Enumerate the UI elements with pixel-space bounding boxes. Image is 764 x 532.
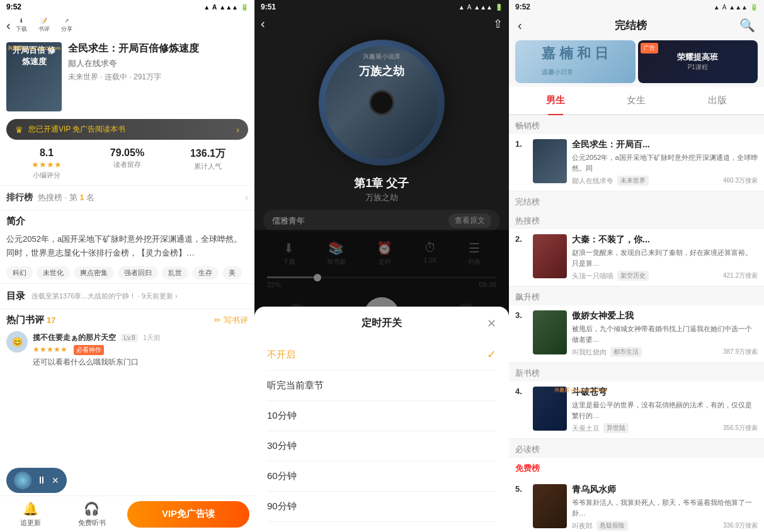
p2-status-icons: ▲ A ▲▲▲ 🔋 [459,4,503,11]
p1-tag-4[interactable]: 乱世 [162,266,188,280]
p3-book-meta-2: 头顶一只喵喵 架空历史 421.2万搜索 [572,271,758,281]
p3-book-author-4: 天蚕土豆 [572,424,600,433]
p2-timer-check-icon: ✓ [487,348,496,361]
p1-follow-button[interactable]: 🔔 追更新 [0,501,61,528]
p3-book-search-1: 460.3万搜索 [723,176,758,185]
p3-book-item-5[interactable]: 5. 青乌风水师 爷爷算卦活人，我算卦死人，那天，爷爷逼着我给他算了一卦… 叫夜… [509,479,764,532]
p3-book-tag-4: 异世陆 [603,423,629,433]
p2-timer-option-3[interactable]: 30分钟 [267,431,496,461]
p1-book-author: 鄙人在线求夸 [68,58,248,69]
p3-book-desc-4: 这里是最公平的世界，没有花俏艳丽的法术，有的，仅仅是繁行的… [572,400,758,421]
p1-review-stars-row: ★★★★★ 必看神作 [33,343,248,355]
p1-write-review-button[interactable]: ✏ 写书评 [214,315,248,326]
p1-intro-title: 简介 [0,210,254,230]
p1-back-button[interactable]: ‹ [6,18,11,33]
p2-back-button[interactable]: ‹ [261,16,265,31]
p2-album-cover: 兴趣屋小说库 万族之劫 [319,40,445,166]
p1-score-value: 8.1 [40,147,54,159]
p1-stat-retention: 79.05% 读者留存 [87,147,168,180]
p2-timer-option-2[interactable]: 10分钟 [267,401,496,431]
p3-back-button[interactable]: ‹ [518,18,522,33]
p1-ranking-arrow: › [245,192,248,203]
p3-book-item-3[interactable]: 3. 傲娇女神爱上我 被甩后，九个倾城女神带着婚书找上门逼我在她们中选一个做老婆… [509,305,764,363]
p1-listen-button[interactable]: 🎧 免费听书 [61,501,122,528]
p1-popularity-label: 累计人气 [194,162,222,171]
p2-original-button[interactable]: 查看原文 [448,213,491,228]
p3-book-item-2[interactable]: 2. 大秦：不装了，你... 赵浪一觉醒来，发现自己来到了秦朝，好在家境还算富裕… [509,229,764,286]
p1-review-avatar: 😊 [6,331,28,353]
p3-book-item-1[interactable]: 1. 全民求生：开局百... 公元2052年，a国开采地下矿脉时意外挖开深渊通道… [509,134,764,191]
p1-ranking-row[interactable]: 排行榜 热搜榜 · 第 1 名 › [0,186,254,210]
p3-book-desc-3: 被甩后，九个倾城女神带着婚书找上门逼我在她们中选一个做老婆… [572,324,758,344]
p3-book-cover-4 [533,387,567,431]
p3-banner-left[interactable]: 嘉 楠 和 日温馨小日常 [515,40,636,83]
p1-toc-row[interactable]: 目录 连载至第1376章...大战前的宁静！ · 9天前更新 › [0,284,254,309]
p2-timer-option-4[interactable]: 60分钟 [267,461,496,492]
p3-book-meta-3: 叫我红烧肉 都市生活 387.9万搜索 [572,347,758,357]
p3-section-bestseller: 畅销榜 [509,115,764,134]
p1-review-user-row: 揽不住要走ぁ的那片天空 Lv.8 1天前 [33,331,248,343]
p1-intro-text: 公元2052年，a国开采地下矿脉时意外挖开深渊通道，全球哗然。同时，世界意志显化… [0,230,254,263]
p3-book-cover-5 [533,484,567,528]
p3-book-desc-2: 赵浪一觉醒来，发现自己来到了秦朝，好在家境还算富裕。只是算… [572,247,758,268]
p3-book-title-5: 青乌风水师 [572,484,758,495]
p1-tag-0[interactable]: 科幻 [6,266,33,280]
p1-toc-meta: 连载至第1376章...大战前的宁静！ · 9天前更新 › [31,291,248,301]
p1-reviews-count: 17 [47,315,55,325]
p1-review-username: 揽不住要走ぁ的那片天空 [33,333,116,342]
p3-search-icon[interactable]: 🔍 [739,18,755,33]
p1-vip-read-button[interactable]: VIP免广告读 [127,501,249,528]
p1-retention-label: 读者留存 [113,160,141,169]
p3-banner-right[interactable]: 广告 荣耀提高班 P1课程 [638,40,758,83]
p3-book-title-4: 斗破苍穹 [572,387,758,398]
p3-book-tag-5: 悬疑探险 [596,521,628,531]
p1-mini-avatar [14,472,31,489]
p3-book-info-5: 青乌风水师 爷爷算卦活人，我算卦死人，那天，爷爷逼着我给他算了一卦… 叫夜郎 悬… [572,484,758,531]
p2-modal-header: 定时开关 ✕ [267,317,496,330]
p3-book-item-4[interactable]: 4. 兴趣屋 www.xqu5.com 斗破苍穹 这里是最公平的世界，没有花俏艳… [509,382,764,439]
p1-mini-player: ⏸ ✕ [6,468,67,493]
p1-mini-close-button[interactable]: ✕ [52,475,59,485]
p3-section-newbook: 新书榜 [509,363,764,382]
p1-tag-5[interactable]: 生存 [192,266,219,280]
p1-tag-6[interactable]: 美 [222,266,242,280]
p1-vip-arrow: › [236,125,239,135]
p2-timer-option-1[interactable]: 听完当前章节 [267,371,496,401]
p1-popularity-value: 136.1万 [190,147,225,161]
p2-timer-option-0[interactable]: 不开启 ✓ [267,339,496,371]
p3-book-rank-5: 5. [515,484,528,494]
p1-header: ‹ ⬇ 下载 📝 书评 ↗ 分享 [0,14,254,37]
p3-book-author-3: 叫我红烧肉 [572,348,607,357]
p1-tag-2[interactable]: 爽点密集 [74,266,114,280]
p1-share-button[interactable]: ↗ 分享 [61,18,72,33]
p2-timer-modal[interactable]: 定时开关 ✕ 不开启 ✓ 听完当前章节 10分钟 30分钟 60分钟 90分钟 [254,230,509,532]
p3-status-bar: 9:52 ▲ A ▲▲▲ 🔋 [509,0,764,14]
p3-status-icons: ▲ A ▲▲▲ 🔋 [714,4,758,11]
p3-book-rank-4: 4. [515,387,528,396]
p1-mini-pause-button[interactable]: ⏸ [37,475,47,486]
p3-book-desc-1: 公元2052年，a国开采地下矿脉时意外挖开深渊通道，全球哗然。同 [572,152,758,173]
p1-follow-icon: 🔔 [23,501,38,516]
p1-vip-bar[interactable]: ♛ 您已开通VIP 免广告阅读本书 › [6,119,248,140]
p2-timer-option-5[interactable]: 90分钟 [267,492,496,522]
p2-modal-backdrop[interactable] [254,230,509,307]
p1-vip-text: 您已开通VIP 免广告阅读本书 [28,124,231,135]
p1-book-info: 全民求生：开局百倍修炼速度 鄙人在线求夸 未来世界 · 连载中 · 291万字 [68,42,248,82]
p2-share-button[interactable]: ⇧ [493,17,503,31]
p1-review-item: 😊 揽不住要走ぁ的那片天空 Lv.8 1天前 ★★★★★ 必看神作 还可以看着什… [6,331,248,368]
p1-download-button[interactable]: ⬇ 下载 [16,18,27,33]
p3-section-rising: 飙升榜 [509,286,764,305]
p3-book-rank-1: 1. [515,139,528,149]
p3-tab-female[interactable]: 女生 [596,91,676,110]
p1-tag-1[interactable]: 未世化 [37,266,70,280]
p1-review-button[interactable]: 📝 书评 [38,18,50,33]
p3-book-meta-1: 鄙人在线求夸 未来世界 460.3万搜索 [572,176,758,186]
p1-stats-row: 8.1 ★★★★ 小编评分 79.05% 读者留存 136.1万 累计人气 [0,142,254,186]
p3-book-meta-4: 天蚕土豆 异世陆 356.5万搜索 [572,423,758,433]
p3-tab-male[interactable]: 男生 [515,91,596,110]
p3-book-tag-1: 未来世界 [617,176,649,186]
p2-modal-close-button[interactable]: ✕ [487,317,496,331]
p1-tag-3[interactable]: 强者回归 [118,266,158,280]
p3-tab-publish[interactable]: 出版 [677,91,758,110]
p3-content: 畅销榜 1. 全民求生：开局百... 公元2052年，a国开采地下矿脉时意外挖开… [509,115,764,532]
